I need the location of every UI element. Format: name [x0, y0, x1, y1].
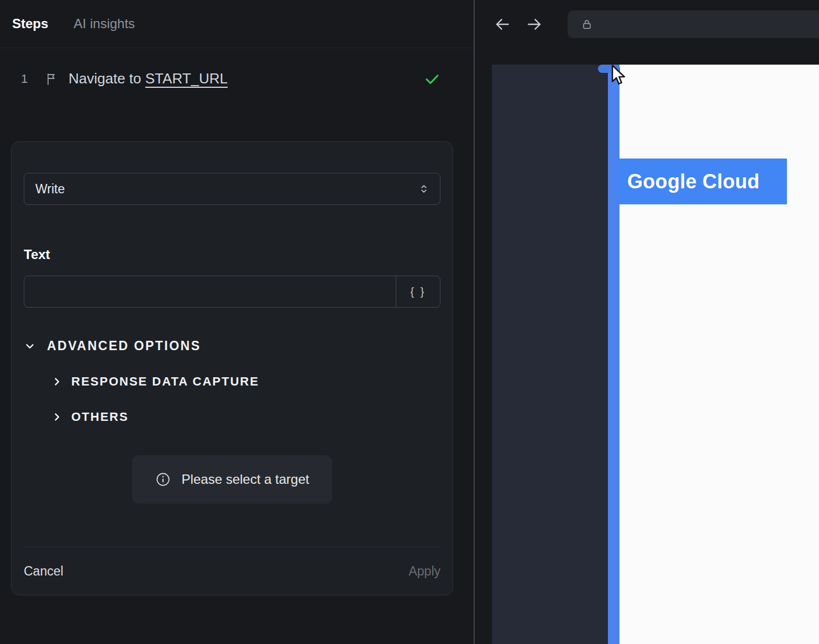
notice-container: Please select a target	[24, 455, 440, 504]
url-input[interactable]	[601, 18, 810, 30]
page-dark-sidebar	[492, 65, 608, 644]
action-type-select[interactable]: Write	[24, 173, 440, 205]
advanced-options-toggle[interactable]: ADVANCED OPTIONS	[24, 339, 440, 353]
chevron-updown-icon	[418, 183, 430, 195]
step-number: 1	[21, 72, 30, 86]
action-editor-card: Write Text { } ADVANCED OPTIONS	[11, 141, 453, 595]
highlight-label-text: Google Cloud	[627, 170, 760, 193]
response-data-capture-toggle[interactable]: RESPONSE DATA CAPTURE	[51, 374, 440, 389]
advanced-options-label: ADVANCED OPTIONS	[47, 339, 201, 353]
back-arrow-icon[interactable]	[494, 15, 511, 33]
editor-footer: Cancel Apply	[24, 547, 440, 595]
browser-viewport: Google Cloud	[475, 48, 819, 644]
browser-toolbar	[475, 0, 819, 48]
selection-highlight-strip	[608, 65, 620, 644]
app-root: Steps AI insights 1 Navigate to START_UR…	[0, 0, 819, 644]
others-label: OTHERS	[71, 410, 129, 424]
chevron-right-icon	[51, 411, 62, 423]
selection-highlight-label: Google Cloud	[618, 159, 787, 204]
cancel-button[interactable]: Cancel	[24, 564, 64, 579]
forward-arrow-icon[interactable]	[526, 15, 543, 33]
others-toggle[interactable]: OTHERS	[51, 410, 440, 424]
response-data-capture-label: RESPONSE DATA CAPTURE	[71, 374, 259, 389]
select-target-notice: Please select a target	[132, 455, 333, 504]
select-target-text: Please select a target	[182, 472, 309, 487]
step-row-main: 1 Navigate to START_URL	[21, 70, 228, 87]
page-content	[620, 65, 819, 644]
action-type-value: Write	[35, 182, 65, 197]
flag-icon	[45, 72, 57, 86]
chevron-right-icon	[51, 376, 62, 387]
step-row[interactable]: 1 Navigate to START_URL	[0, 70, 474, 87]
cursor-icon	[609, 65, 628, 86]
tab-ai-insights[interactable]: AI insights	[74, 16, 135, 31]
start-url-link[interactable]: START_URL	[145, 70, 228, 87]
text-field-label: Text	[24, 247, 440, 262]
url-bar[interactable]	[568, 10, 819, 38]
text-input-group: { }	[24, 276, 440, 308]
tab-steps[interactable]: Steps	[12, 16, 48, 31]
steps-panel-header: Steps AI insights	[0, 0, 474, 48]
step-label-prefix: Navigate to	[69, 70, 145, 87]
chevron-down-icon	[24, 340, 36, 352]
steps-panel: Steps AI insights 1 Navigate to START_UR…	[0, 0, 475, 644]
apply-button[interactable]: Apply	[408, 564, 440, 579]
insert-variable-button[interactable]: { }	[396, 276, 440, 307]
lock-icon	[581, 18, 593, 30]
text-input[interactable]	[24, 276, 396, 307]
browser-panel: Google Cloud	[475, 0, 819, 644]
info-icon	[155, 472, 171, 487]
step-label: Navigate to START_URL	[69, 70, 228, 87]
check-icon	[424, 71, 440, 87]
